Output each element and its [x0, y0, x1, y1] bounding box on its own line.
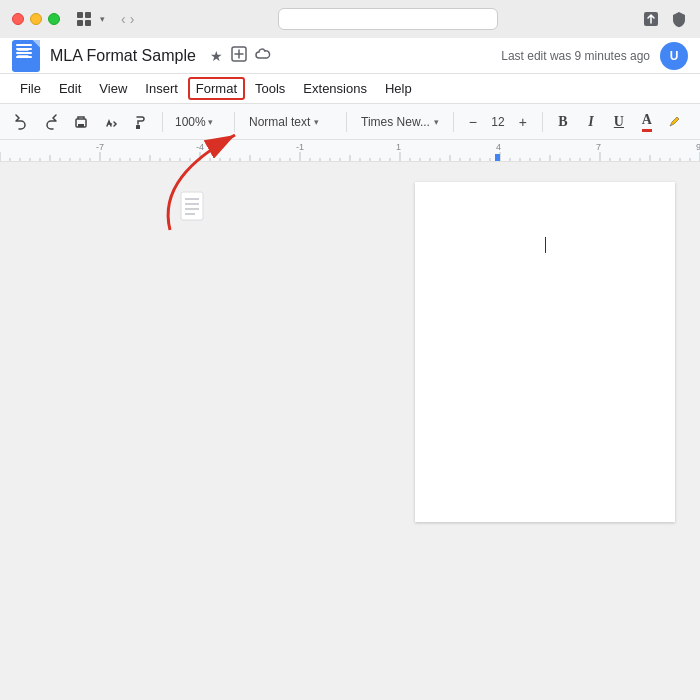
font-selector[interactable]: Times New... ▾ — [355, 113, 445, 131]
menu-help[interactable]: Help — [377, 77, 420, 100]
redo-button[interactable] — [38, 109, 64, 135]
title-bar-center — [134, 8, 642, 30]
menu-view[interactable]: View — [91, 77, 135, 100]
title-bar-icons — [642, 10, 688, 28]
back-arrow-icon[interactable]: ‹ — [121, 11, 126, 27]
left-panel — [0, 162, 390, 700]
zoom-value: 100% — [175, 115, 206, 129]
svg-rect-11 — [136, 125, 140, 129]
window-chevron-icon[interactable]: ▾ — [100, 14, 105, 24]
svg-rect-12 — [181, 192, 203, 220]
menu-format[interactable]: Format — [188, 77, 245, 100]
document-page[interactable] — [415, 182, 675, 522]
menu-extensions[interactable]: Extensions — [295, 77, 375, 100]
window-switcher-icon[interactable] — [76, 11, 92, 27]
style-selector[interactable]: Normal text ▾ — [243, 113, 338, 131]
font-size-increase-button[interactable]: + — [512, 111, 534, 133]
address-bar[interactable] — [278, 8, 498, 30]
svg-rect-10 — [78, 124, 84, 127]
underline-button[interactable]: U — [607, 110, 631, 134]
cloud-icon[interactable] — [255, 46, 271, 65]
separator-1 — [162, 112, 163, 132]
doc-list-icon — [177, 190, 213, 230]
menu-file[interactable]: File — [12, 77, 49, 100]
right-panel — [390, 162, 700, 700]
app-header: MLA Format Sample ★ Last edit was 9 minu… — [0, 38, 700, 74]
close-button[interactable] — [12, 13, 24, 25]
traffic-lights — [12, 13, 60, 25]
svg-rect-1 — [85, 12, 91, 18]
font-size-decrease-button[interactable]: − — [462, 111, 484, 133]
app-icon — [12, 40, 40, 72]
font-color-button[interactable]: A — [635, 110, 659, 134]
maximize-button[interactable] — [48, 13, 60, 25]
main-content — [0, 162, 700, 700]
doc-icons: ★ — [210, 46, 271, 65]
menu-insert[interactable]: Insert — [137, 77, 186, 100]
font-size-value: 12 — [486, 115, 510, 129]
italic-button[interactable]: I — [579, 110, 603, 134]
ruler-canvas — [0, 140, 700, 162]
minimize-button[interactable] — [30, 13, 42, 25]
svg-rect-3 — [85, 20, 91, 26]
window-controls: ▾ — [76, 11, 105, 27]
font-size-group: − 12 + — [462, 111, 534, 133]
separator-3 — [346, 112, 347, 132]
menu-tools[interactable]: Tools — [247, 77, 293, 100]
separator-2 — [234, 112, 235, 132]
bold-button[interactable]: B — [551, 110, 575, 134]
font-value: Times New... — [361, 115, 430, 129]
doc-title: MLA Format Sample — [50, 47, 196, 65]
undo-button[interactable] — [8, 109, 34, 135]
toolbar: 100% ▾ Normal text ▾ Times New... ▾ − 12… — [0, 104, 700, 140]
title-bar: ▾ ‹ › — [0, 0, 700, 38]
svg-rect-2 — [77, 20, 83, 26]
paint-format-button[interactable] — [128, 109, 154, 135]
separator-5 — [542, 112, 543, 132]
upload-icon[interactable] — [642, 10, 660, 28]
app-icon-fold — [32, 40, 40, 48]
ruler — [0, 140, 700, 162]
user-avatar[interactable]: U — [660, 42, 688, 70]
font-chevron-icon: ▾ — [434, 117, 439, 127]
style-value: Normal text — [249, 115, 310, 129]
highlight-button[interactable] — [663, 110, 687, 134]
print-button[interactable] — [68, 109, 94, 135]
nav-arrows: ‹ › — [121, 11, 134, 27]
last-edit-text: Last edit was 9 minutes ago — [501, 49, 650, 63]
style-chevron-icon: ▾ — [314, 117, 319, 127]
star-icon[interactable]: ★ — [210, 48, 223, 64]
zoom-selector[interactable]: 100% ▾ — [171, 113, 226, 131]
drive-icon[interactable] — [231, 46, 247, 65]
spellcheck-button[interactable] — [98, 109, 124, 135]
text-cursor — [545, 237, 546, 253]
shield-icon[interactable] — [670, 10, 688, 28]
menu-edit[interactable]: Edit — [51, 77, 89, 100]
svg-rect-0 — [77, 12, 83, 18]
separator-4 — [453, 112, 454, 132]
zoom-chevron-icon: ▾ — [208, 117, 213, 127]
menu-bar: File Edit View Insert Format Tools Exten… — [0, 74, 700, 104]
